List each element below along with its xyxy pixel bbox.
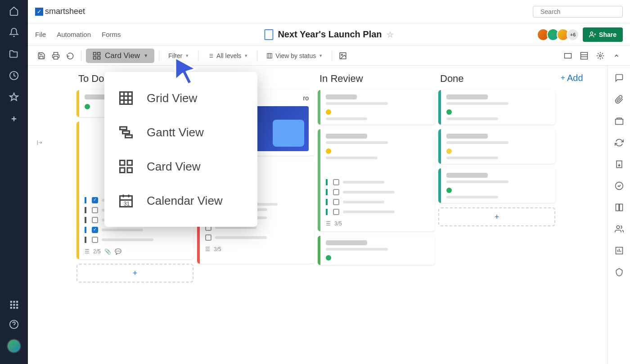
favorites-icon[interactable] <box>9 92 19 103</box>
image-icon[interactable] <box>337 49 349 62</box>
card-layout-icon[interactable] <box>562 49 574 62</box>
card[interactable] <box>318 236 435 265</box>
brand-text: smartsheet <box>45 7 85 16</box>
view-dropdown-menu: Grid View Gantt View Card View 31 Calend… <box>104 72 257 227</box>
avatar-more[interactable]: +6 <box>567 28 579 41</box>
collaborator-avatars[interactable]: +6 <box>540 28 579 41</box>
column-title: Done <box>438 71 555 90</box>
levels-label: All levels <box>216 52 241 59</box>
svg-rect-32 <box>120 161 125 166</box>
list-icon <box>207 53 214 59</box>
card-footer: ☰ 3/5 <box>326 220 429 227</box>
view-label: Card View <box>105 51 140 60</box>
menubar: File Automation Forms Next Year's Launch… <box>28 23 630 46</box>
svg-rect-15 <box>98 56 100 59</box>
user-avatar[interactable] <box>7 339 21 353</box>
undo-icon[interactable] <box>64 49 76 62</box>
collapse-icon[interactable] <box>610 49 623 62</box>
subtask-count: 2/5 <box>93 248 101 255</box>
recent-icon[interactable] <box>9 70 19 81</box>
card[interactable]: ☰ 3/5 <box>318 129 435 231</box>
proofs-panel-icon[interactable] <box>614 116 624 126</box>
svg-point-24 <box>615 182 623 190</box>
viewby-button[interactable]: View by status ▼ <box>262 52 327 59</box>
svg-rect-9 <box>16 307 18 309</box>
card[interactable] <box>318 90 435 125</box>
print-icon[interactable] <box>50 49 62 62</box>
card[interactable] <box>438 90 555 125</box>
card[interactable] <box>438 168 555 203</box>
card-view-icon <box>118 158 134 175</box>
comments-panel-icon[interactable] <box>614 73 624 83</box>
svg-rect-29 <box>120 127 127 130</box>
view-option-label: Gantt View <box>147 126 204 139</box>
attachments-panel-icon[interactable] <box>614 94 624 104</box>
share-button[interactable]: Share <box>583 27 623 42</box>
card-footer: ☰ 3/5 <box>205 246 309 252</box>
menu-automation[interactable]: Automation <box>57 31 91 38</box>
search-box[interactable] <box>533 6 623 18</box>
add-card-button[interactable]: + <box>438 207 555 226</box>
add-icon[interactable] <box>9 113 19 124</box>
menu-forms[interactable]: Forms <box>102 31 121 38</box>
svg-rect-14 <box>94 56 96 59</box>
svg-rect-8 <box>13 307 15 309</box>
levels-button[interactable]: All levels ▼ <box>203 52 252 59</box>
card-view-icon <box>92 51 101 60</box>
apps-grid-icon[interactable] <box>9 299 19 310</box>
svg-rect-35 <box>127 168 132 173</box>
search-input[interactable] <box>540 8 619 15</box>
left-nav-rail <box>0 0 28 364</box>
column-done: Done <box>438 71 555 359</box>
add-card-button[interactable]: + <box>76 264 194 283</box>
add-column-label: Add <box>567 73 583 83</box>
update-requests-icon[interactable] <box>614 138 624 148</box>
view-option-card[interactable]: Card View <box>118 149 244 184</box>
subtask-count-icon: ☰ <box>85 248 90 255</box>
star-icon[interactable]: ☆ <box>387 30 394 40</box>
view-option-grid[interactable]: Grid View <box>118 81 244 115</box>
add-column-button[interactable]: +Add <box>559 71 604 89</box>
svg-rect-22 <box>615 119 623 125</box>
svg-rect-26 <box>619 204 622 211</box>
attachment-icon: 📎 <box>104 248 111 255</box>
chevron-down-icon: ▼ <box>144 53 148 58</box>
add-column[interactable]: +Add <box>559 71 604 359</box>
folder-icon[interactable] <box>9 49 19 59</box>
save-icon[interactable] <box>35 49 48 62</box>
svg-point-21 <box>599 54 602 57</box>
column-inreview: In Review <box>318 71 435 359</box>
sheet-title: Next Year's Launch Plan ☆ <box>264 29 393 40</box>
notifications-icon[interactable] <box>9 27 19 38</box>
svg-rect-5 <box>13 304 15 306</box>
people-panel-icon[interactable] <box>614 224 624 234</box>
workapp-panel-icon[interactable] <box>614 267 624 277</box>
sheet-title-text: Next Year's Launch Plan <box>278 29 382 40</box>
expand-panel-icon[interactable] <box>36 139 43 146</box>
right-rail <box>608 66 630 364</box>
menu-file[interactable]: File <box>35 31 46 38</box>
chevron-down-icon: ▼ <box>319 54 323 58</box>
main-area: ✓ smartsheet File Automation Forms Next … <box>28 0 630 364</box>
row-layout-icon[interactable] <box>578 49 590 62</box>
svg-rect-25 <box>616 204 619 211</box>
view-option-gantt[interactable]: Gantt View <box>118 115 244 149</box>
svg-rect-4 <box>10 304 12 306</box>
summary-panel-icon[interactable] <box>614 202 624 212</box>
view-switcher[interactable]: Card View ▼ <box>86 49 154 63</box>
settings-icon[interactable] <box>594 49 607 62</box>
card[interactable] <box>438 129 555 164</box>
publish-panel-icon[interactable] <box>614 159 624 169</box>
help-icon[interactable] <box>9 319 19 330</box>
brand-logo[interactable]: ✓ smartsheet <box>35 7 85 16</box>
activity-panel-icon[interactable] <box>614 181 624 191</box>
reports-panel-icon[interactable] <box>614 246 624 256</box>
subtask-count: 3/5 <box>214 246 221 252</box>
column-title: In Review <box>318 71 435 90</box>
grid-view-icon <box>118 90 134 106</box>
toolbar: Card View ▼ Filter ▼ All levels ▼ View b… <box>28 46 630 66</box>
viewby-label: View by status <box>275 52 316 59</box>
svg-text:31: 31 <box>124 201 130 207</box>
view-option-calendar[interactable]: 31 Calendar View <box>118 184 244 218</box>
home-icon[interactable] <box>9 5 19 16</box>
